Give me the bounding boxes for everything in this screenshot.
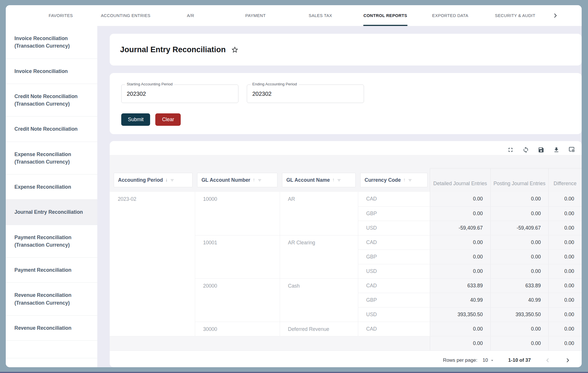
pagination-bar: Rows per page: 10 1-10 of 37 <box>110 351 582 368</box>
tab-security-audit[interactable]: SECURITY & AUDIT <box>483 5 548 26</box>
sidebar-item-expense-reconciliation-txn[interactable]: Expense Reconciliation (Transaction Curr… <box>6 142 97 175</box>
app-window: FAVORITES ACCOUNTING ENTRIES A/R PAYMENT… <box>6 5 582 367</box>
header-cell: Accounting Period ↓ <box>110 155 195 192</box>
filter-buttons-row: Submit Clear <box>121 113 570 126</box>
sort-desc-icon: ↓ <box>165 177 168 183</box>
cell-difference: 0.00 <box>548 192 582 206</box>
tab-accounting-entries[interactable]: ACCOUNTING ENTRIES <box>93 5 158 26</box>
cell-gl-account-name: AR Clearing <box>280 235 358 278</box>
next-page-button[interactable] <box>564 357 571 364</box>
cell-difference: 0.00 <box>548 250 582 264</box>
sidebar-item-payment-reconciliation[interactable]: Payment Reconciliation <box>6 258 97 283</box>
cell-detailed: 0.00 <box>430 206 490 221</box>
tab-sales-tax[interactable]: SALES TAX <box>288 5 353 26</box>
column-header-gl-account-number[interactable]: GL Account Number ↑ <box>197 173 277 187</box>
tab-exported-data[interactable]: EXPORTED DATA <box>418 5 483 26</box>
cell-posting: 40.99 <box>490 293 548 307</box>
column-header-gl-account-name[interactable]: GL Account Name ↑ <box>282 173 356 187</box>
tab-label: A/R <box>187 13 194 18</box>
rows-per-page-label: Rows per page: <box>443 357 477 363</box>
reconciliation-table: Accounting Period ↓ GL Account Number ↑ <box>110 155 582 351</box>
previous-page-button[interactable] <box>544 357 551 364</box>
submit-button[interactable]: Submit <box>121 113 150 126</box>
chevron-right-icon <box>552 12 559 19</box>
ending-period-input[interactable] <box>247 91 364 97</box>
starting-period-label: Starting Accounting Period <box>125 82 174 86</box>
cell-posting: 393,350.50 <box>490 307 548 322</box>
sidebar-item-invoice-reconciliation-txn[interactable]: Invoice Reconciliation (Transaction Curr… <box>6 26 97 59</box>
cell-gl-account-number: 10001 <box>195 235 280 278</box>
cell-gl-account-name: Deferred Revenue <box>280 322 358 336</box>
cell-difference: 0.00 <box>548 235 582 250</box>
chevron-right-icon <box>564 357 571 364</box>
refresh-icon[interactable] <box>522 147 529 153</box>
starting-period-input[interactable] <box>122 91 238 97</box>
tab-control-reports[interactable]: CONTROL REPORTS <box>353 5 418 26</box>
columns-icon[interactable] <box>568 146 575 153</box>
column-label: Currency Code <box>365 177 401 183</box>
report-sidebar: Invoice Reconciliation (Transaction Curr… <box>6 26 97 367</box>
cell-gl-account-number: 10000 <box>195 192 280 235</box>
column-label: GL Account Number <box>201 177 250 183</box>
sidebar-item-revenue-reconciliation[interactable]: Revenue Reconciliation <box>6 316 97 341</box>
sidebar-item-payment-reconciliation-txn[interactable]: Payment Reconciliation (Transaction Curr… <box>6 225 97 258</box>
cell-detailed: 0.00 <box>430 192 490 206</box>
column-header-difference: Difference <box>548 155 582 192</box>
cell-gl-account-name: AR <box>280 192 358 235</box>
cell-posting: 0.00 <box>490 264 548 278</box>
tab-payment[interactable]: PAYMENT <box>223 5 288 26</box>
cell-currency: GBP <box>358 293 430 307</box>
sort-asc-icon: ↑ <box>403 177 406 183</box>
cell-difference: 0.00 <box>548 293 582 307</box>
filter-icon <box>257 178 262 182</box>
cell-difference: 0.00 <box>548 278 582 293</box>
clear-button[interactable]: Clear <box>155 113 181 126</box>
tabs-overflow-button[interactable] <box>548 5 563 26</box>
cell-difference: 0.00 <box>548 307 582 322</box>
sort-asc-icon: ↑ <box>332 177 335 183</box>
column-header-posting-journal-entries: Posting Journal Entries <box>490 155 548 192</box>
page-range: 1-10 of 37 <box>508 357 531 363</box>
cell-currency: CAD <box>358 192 430 206</box>
sidebar-item-revenue-reconciliation-txn[interactable]: Revenue Reconciliation (Transaction Curr… <box>6 283 97 316</box>
column-header-currency-code[interactable]: Currency Code ↑ <box>360 173 428 187</box>
filter-card: Starting Accounting Period Ending Accoun… <box>110 73 582 134</box>
cell-currency: USD <box>358 307 430 322</box>
fullscreen-icon[interactable] <box>507 147 514 153</box>
cell-gl-account-number: 20000 <box>195 278 280 322</box>
star-icon <box>231 46 239 54</box>
column-header-detailed-journal-entries: Detailed Journal Entries <box>430 155 490 192</box>
sidebar-item-expense-reconciliation[interactable]: Expense Reconciliation <box>6 175 97 200</box>
tab-favorites[interactable]: FAVORITES <box>28 5 93 26</box>
tab-label: FAVORITES <box>48 13 73 18</box>
column-label: Accounting Period <box>118 177 163 183</box>
window-frame-edge <box>0 372 588 373</box>
cell-currency: USD <box>358 264 430 278</box>
cell-difference: 0.00 <box>548 322 582 336</box>
sidebar-item-journal-entry-reconciliation[interactable]: Journal Entry Reconciliation <box>6 200 97 225</box>
summary-row: 0.00 0.00 0.00 <box>110 336 582 350</box>
cell-detailed: 0.00 <box>430 250 490 264</box>
table-row: 2023-02 10000 AR CAD 0.00 0.00 0.00 <box>110 192 582 206</box>
cell-posting: 0.00 <box>490 235 548 250</box>
cell-currency: CAD <box>358 235 430 250</box>
download-icon[interactable] <box>553 147 560 153</box>
tab-label: SALES TAX <box>309 13 332 18</box>
rows-per-page-value: 10 <box>483 357 488 363</box>
cell-posting: 633.89 <box>490 278 548 293</box>
filter-icon <box>408 178 412 182</box>
sidebar-item-credit-note-reconciliation-txn[interactable]: Credit Note Reconciliation (Transaction … <box>6 84 97 117</box>
favorite-toggle-button[interactable] <box>231 46 239 54</box>
sidebar-item-credit-note-reconciliation[interactable]: Credit Note Reconciliation <box>6 117 97 142</box>
content-area: Journal Entry Reconciliation Starting Ac… <box>97 26 582 367</box>
sidebar-item-invoice-reconciliation[interactable]: Invoice Reconciliation <box>6 59 97 84</box>
page-title: Journal Entry Reconciliation <box>120 45 226 54</box>
main-area: Invoice Reconciliation (Transaction Curr… <box>6 26 582 367</box>
caret-down-icon <box>490 358 494 363</box>
column-header-accounting-period[interactable]: Accounting Period ↓ <box>114 173 193 187</box>
sort-asc-icon: ↑ <box>253 177 255 183</box>
tab-label: ACCOUNTING ENTRIES <box>101 13 151 18</box>
rows-per-page-select[interactable]: 10 <box>483 357 494 363</box>
save-icon[interactable] <box>538 147 544 153</box>
tab-ar[interactable]: A/R <box>158 5 223 26</box>
